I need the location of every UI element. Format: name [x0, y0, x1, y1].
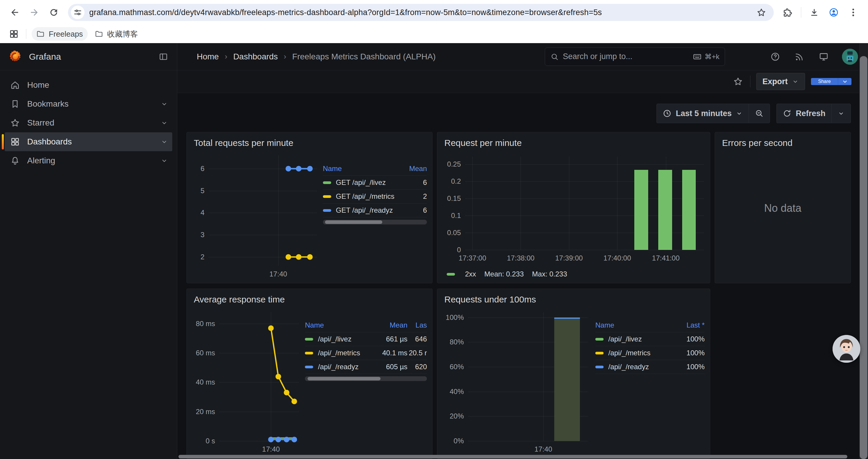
browser-menu-button[interactable] [845, 4, 862, 21]
bookmark-label: Freeleaps [49, 30, 83, 39]
legend-row[interactable]: GET /api/_/metrics2 [323, 190, 427, 203]
legend-row[interactable]: /api/_/metrics40.1 ms20.5 r [305, 346, 427, 360]
panel-request-per-minute: Request per minute 0.250.20.150.10.05017… [437, 132, 710, 283]
search-input[interactable]: Search or jump to... ⌘+k [545, 47, 725, 66]
user-avatar[interactable] [842, 49, 858, 65]
chevron-down-icon [792, 78, 799, 85]
panel-title[interactable]: Requests under 100ms [437, 289, 710, 308]
series-color-pill [447, 273, 455, 275]
legend-name-cell: /api/_/metrics [595, 349, 669, 357]
breadcrumb-dashboards[interactable]: Dashboards [233, 52, 278, 61]
extensions-icon[interactable] [780, 4, 796, 21]
legend-row[interactable]: GET /api/_/livez6 [323, 176, 427, 190]
share-menu-button[interactable] [838, 78, 851, 85]
legend-scrollbar-thumb[interactable] [325, 220, 382, 224]
series-name[interactable]: 2xx [465, 270, 476, 278]
series-max: Max: 0.233 [532, 270, 567, 278]
share-button-group: Share [811, 78, 851, 85]
legend-row[interactable]: /api/_/readyz605 µs620 [305, 360, 427, 374]
bookmark-folder-freeleaps[interactable]: Freeleaps [32, 27, 88, 41]
y-tick-label: 80 ms [196, 320, 215, 328]
brand-name: Grafana [29, 52, 61, 62]
time-range-picker[interactable]: Last 5 minutes [656, 104, 749, 123]
legend-row[interactable]: /api/_/livez661 µs646 [305, 332, 427, 346]
zoom-out-button[interactable] [749, 104, 770, 123]
x-tick-label: 17:40 [534, 445, 552, 453]
y-tick-label: 80% [450, 338, 464, 346]
refresh-button[interactable]: Refresh [776, 104, 832, 123]
refresh-interval-button[interactable] [831, 104, 851, 123]
legend-header-cell[interactable]: Mean [395, 165, 427, 173]
back-button[interactable] [6, 4, 23, 21]
help-icon[interactable] [769, 51, 781, 63]
sidebar-item-alerting[interactable]: Alerting [5, 151, 172, 170]
legend-scrollbar-thumb[interactable] [308, 377, 381, 381]
sidebar-item-starred[interactable]: Starred [5, 113, 172, 132]
legend-scrollbar[interactable] [305, 376, 427, 381]
panel-title[interactable]: Average response time [187, 289, 432, 308]
y-tick-label: 100% [446, 314, 464, 322]
chevron-down-icon[interactable] [160, 138, 168, 145]
news-rss-icon[interactable] [794, 51, 805, 63]
panel-requests-under-100ms: Requests under 100ms 100%80%60%40%20%0%1… [437, 289, 710, 459]
legend-value-cell: 605 µs [360, 363, 407, 371]
plot-area: 100%80%60%40%20%0%17:40 [468, 313, 588, 441]
legend-row[interactable]: /api/_/readyz100% [595, 360, 705, 374]
share-button[interactable]: Share [811, 78, 838, 85]
horizontal-scrollbar-thumb[interactable] [179, 455, 847, 458]
profile-button[interactable] [826, 4, 842, 21]
legend-header-cell[interactable]: Name [595, 321, 669, 329]
grafana-sidebar: Grafana Home Bookmarks Starred [0, 43, 177, 459]
forward-button[interactable] [26, 4, 42, 21]
sidebar-item-dashboards[interactable]: Dashboards [5, 132, 172, 151]
legend-header-cell[interactable]: Mean [360, 321, 407, 329]
dashboards-grid-icon [10, 137, 20, 147]
breadcrumb-home[interactable]: Home [197, 52, 219, 61]
sidebar-item-bookmarks[interactable]: Bookmarks [5, 95, 172, 113]
legend-row[interactable]: /api/_/livez100% [595, 332, 705, 346]
bookmark-folder-blogs[interactable]: 收藏博客 [90, 27, 143, 41]
export-button[interactable]: Export [756, 73, 805, 90]
legend-header-cell[interactable]: Las [407, 321, 427, 329]
sidebar-collapse-icon[interactable] [157, 50, 170, 63]
monitor-icon[interactable] [818, 51, 830, 63]
address-bar[interactable]: grafana.mathmast.com/d/deytv4rwavabkb/fr… [68, 4, 774, 21]
vertical-scrollbar[interactable] [859, 43, 868, 459]
favorite-star-icon[interactable] [732, 75, 744, 88]
legend-value-cell: 20.5 r [407, 349, 427, 357]
downloads-button[interactable] [806, 4, 823, 21]
plot-area: 0.250.20.150.10.05017:37:0017:38:0017:39… [465, 157, 704, 250]
series-color-pill [595, 338, 603, 340]
apps-grid-icon[interactable] [7, 27, 21, 41]
site-info-icon[interactable] [71, 6, 85, 19]
legend-row[interactable]: /api/_/metrics100% [595, 346, 705, 360]
data-point [296, 166, 302, 171]
url-text[interactable]: grafana.mathmast.com/d/deytv4rwavabkb/fr… [89, 8, 755, 17]
series-color-pill [323, 182, 331, 184]
legend-name-cell: GET /api/_/readyz [323, 206, 395, 215]
keyboard-icon [693, 52, 702, 61]
legend-header-cell[interactable]: Last * [669, 321, 705, 329]
bookmark-star-icon[interactable] [755, 6, 768, 19]
chevron-down-icon[interactable] [160, 157, 168, 165]
horizontal-scrollbar[interactable] [177, 455, 859, 458]
legend-scrollbar[interactable] [323, 220, 427, 225]
reload-button[interactable] [45, 4, 62, 21]
legend-header-cell[interactable]: Name [305, 321, 360, 329]
legend-row[interactable]: GET /api/_/readyz6 [323, 203, 427, 218]
gridline-horizontal [465, 164, 704, 165]
y-tick-label: 40 ms [196, 378, 215, 386]
legend-name-cell: /api/_/livez [595, 335, 669, 343]
vertical-scrollbar-thumb[interactable] [860, 56, 867, 459]
sidebar-item-home[interactable]: Home [5, 76, 172, 95]
legend-value-cell: 6 [395, 206, 427, 215]
panel-title[interactable]: Request per minute [437, 132, 710, 151]
floating-assistant-avatar[interactable] [833, 335, 860, 363]
panel-title[interactable]: Errors per second [715, 132, 850, 151]
grafana-logo [8, 50, 23, 64]
data-point [284, 437, 289, 442]
panel-title[interactable]: Total requests per minute [187, 132, 432, 151]
chevron-down-icon[interactable] [160, 100, 168, 108]
chevron-down-icon[interactable] [160, 119, 168, 127]
legend-header-cell[interactable]: Name [323, 165, 395, 173]
